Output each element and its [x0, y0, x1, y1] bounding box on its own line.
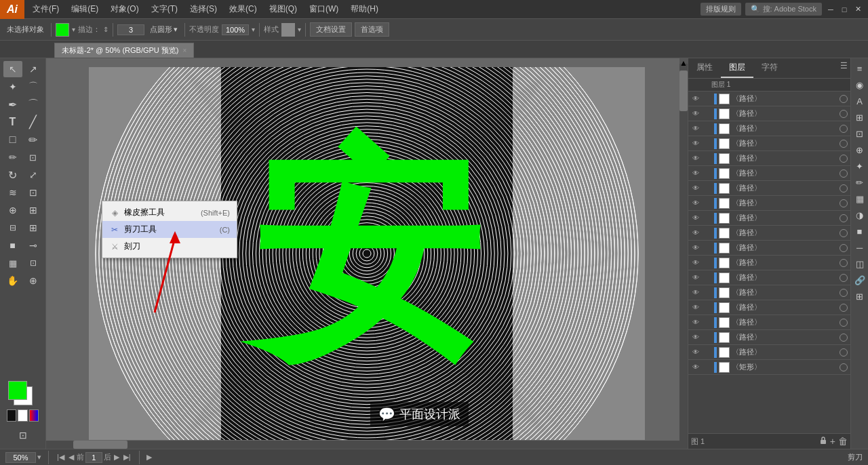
- panel-menu-button[interactable]: ☰: [837, 58, 850, 78]
- menu-window[interactable]: 窗口(W): [304, 1, 344, 18]
- menu-object[interactable]: 对象(O): [105, 1, 144, 18]
- align-panel-toggle[interactable]: ⊞: [852, 110, 867, 125]
- curvature-tool[interactable]: ⌒: [24, 96, 43, 113]
- layer-row[interactable]: 👁 〈路径〉: [688, 330, 850, 345]
- layer-lock-toggle[interactable]: [703, 288, 712, 298]
- layer-target-indicator[interactable]: [840, 363, 848, 371]
- tab-properties[interactable]: 属性: [688, 58, 721, 78]
- layer-lock-toggle[interactable]: [703, 348, 712, 357]
- zoom-arrow[interactable]: ▾: [37, 453, 41, 462]
- layer-target-indicator[interactable]: [840, 110, 848, 118]
- paintbrush-tool[interactable]: ✏: [24, 132, 43, 148]
- layer-target-indicator[interactable]: [840, 304, 848, 312]
- layer-lock-toggle[interactable]: [703, 199, 712, 208]
- transparency-panel-toggle[interactable]: ◫: [852, 256, 867, 271]
- layer-row[interactable]: 👁 〈路径〉: [688, 136, 850, 151]
- layer-lock-toggle[interactable]: [703, 318, 712, 327]
- style-swatch[interactable]: [281, 23, 295, 37]
- zoom-tool[interactable]: ⊕: [24, 272, 43, 289]
- layer-row[interactable]: 👁 〈路径〉: [688, 106, 850, 121]
- delete-layer-button[interactable]: 🗑: [838, 436, 848, 447]
- perspective-tool[interactable]: ⊟: [3, 220, 22, 236]
- layer-lock-toggle[interactable]: [703, 139, 712, 148]
- prev-page-button[interactable]: ◀: [67, 453, 75, 462]
- layer-visibility-toggle[interactable]: 👁: [691, 184, 701, 193]
- tab-close-button[interactable]: ×: [183, 47, 187, 54]
- scroll-up-arrow[interactable]: ▲: [679, 58, 688, 64]
- text-panel-toggle[interactable]: A: [852, 94, 867, 108]
- direct-select-tool[interactable]: ↗: [24, 61, 43, 77]
- layer-row[interactable]: 👁 〈矩形〉: [688, 360, 850, 375]
- menu-select[interactable]: 选择(S): [184, 1, 222, 18]
- fill-arrow[interactable]: ▾: [72, 26, 75, 33]
- gradient-panel-toggle[interactable]: ■: [852, 224, 867, 239]
- maximize-button[interactable]: □: [840, 5, 849, 14]
- stroke-panel-toggle[interactable]: ─: [852, 240, 867, 255]
- lasso-tool[interactable]: ⌒: [24, 79, 43, 95]
- layer-visibility-toggle[interactable]: 👁: [691, 258, 701, 268]
- layer-target-indicator[interactable]: [840, 155, 848, 163]
- layer-visibility-toggle[interactable]: 👁: [691, 228, 701, 238]
- layer-target-indicator[interactable]: [840, 140, 848, 148]
- layer-lock-toggle[interactable]: [703, 184, 712, 193]
- minimize-button[interactable]: ─: [826, 5, 835, 14]
- eraser-tool[interactable]: ⊡: [24, 149, 43, 165]
- pen-tool[interactable]: ✒: [3, 96, 22, 113]
- layer-target-indicator[interactable]: [840, 289, 848, 297]
- layer-visibility-toggle[interactable]: 👁: [691, 169, 701, 178]
- layer-target-indicator[interactable]: [840, 199, 848, 207]
- layer-lock-toggle[interactable]: [703, 109, 712, 119]
- scissors-tool-item[interactable]: ✂ 剪刀工具 (C): [102, 221, 237, 238]
- doc-settings-button[interactable]: 文档设置: [310, 22, 352, 37]
- warp-tool[interactable]: ≋: [3, 184, 22, 201]
- next-page-button[interactable]: ▶: [113, 453, 121, 462]
- layer-target-indicator[interactable]: [840, 259, 848, 267]
- first-page-button[interactable]: |◀: [56, 453, 66, 462]
- foreground-color-swatch[interactable]: [8, 381, 27, 400]
- layer-lock-toggle[interactable]: [703, 154, 712, 163]
- white-swatch[interactable]: [18, 409, 27, 422]
- vertical-scrollbar[interactable]: ▲: [679, 58, 688, 449]
- eraser-tool-item[interactable]: ◈ 橡皮擦工具 (Shift+E): [102, 204, 237, 221]
- layer-lock-toggle[interactable]: [703, 124, 712, 134]
- hscroll-thumb[interactable]: [73, 441, 127, 449]
- horizontal-scrollbar[interactable]: [46, 441, 688, 449]
- layer-lock-toggle[interactable]: [703, 214, 712, 223]
- tab-layers[interactable]: 图层: [721, 58, 753, 78]
- gradient-tool[interactable]: ■: [3, 237, 22, 254]
- layer-visibility-toggle[interactable]: 👁: [691, 333, 701, 342]
- layer-visibility-toggle[interactable]: 👁: [691, 199, 701, 208]
- hand-tool[interactable]: ✋: [3, 272, 22, 289]
- mesh-tool[interactable]: ⊞: [24, 220, 43, 236]
- opacity-value[interactable]: 100%: [222, 24, 249, 35]
- none-stroke-swatch[interactable]: [7, 409, 16, 422]
- layer-lock-toggle[interactable]: [703, 273, 712, 283]
- layer-visibility-toggle[interactable]: 👁: [691, 214, 701, 223]
- menu-type[interactable]: 文字(T): [146, 1, 183, 18]
- scroll-thumb[interactable]: [679, 70, 688, 111]
- layer-visibility-toggle[interactable]: 👁: [691, 243, 701, 253]
- layer-target-indicator[interactable]: [840, 319, 848, 327]
- transform-panel-toggle[interactable]: ⊡: [852, 126, 867, 141]
- layer-row[interactable]: 👁 〈路径〉: [688, 241, 850, 256]
- layer-lock-toggle[interactable]: [703, 303, 712, 312]
- close-button[interactable]: ✕: [853, 5, 863, 14]
- pencil-tool[interactable]: ✏: [3, 149, 22, 165]
- document-tab[interactable]: 未标题-2* @ 50% (RGB/GPU 预览) ×: [54, 43, 194, 58]
- layer-row[interactable]: 👁 〈路径〉: [688, 226, 850, 241]
- stroke-width-value[interactable]: 3: [117, 24, 144, 35]
- layer-target-indicator[interactable]: [840, 274, 848, 282]
- swatches-panel-toggle[interactable]: ▦: [852, 191, 867, 206]
- play-button[interactable]: ▶: [146, 453, 152, 462]
- layer-row[interactable]: 👁 〈路径〉: [688, 151, 850, 166]
- layer-row[interactable]: 👁 〈路径〉: [688, 270, 850, 285]
- layer-visibility-toggle[interactable]: 👁: [691, 303, 701, 312]
- layer-row[interactable]: 👁 〈路径〉: [688, 166, 850, 181]
- search-box[interactable]: 🔍 搜: Adobe Stock: [745, 3, 823, 16]
- last-page-button[interactable]: ▶|: [122, 453, 132, 462]
- free-transform-tool[interactable]: ⊡: [24, 184, 43, 201]
- layer-visibility-toggle[interactable]: 👁: [691, 94, 701, 104]
- layer-row[interactable]: 👁 〈路径〉: [688, 285, 850, 300]
- layer-visibility-toggle[interactable]: 👁: [691, 124, 701, 134]
- line-tool[interactable]: ╱: [24, 114, 43, 130]
